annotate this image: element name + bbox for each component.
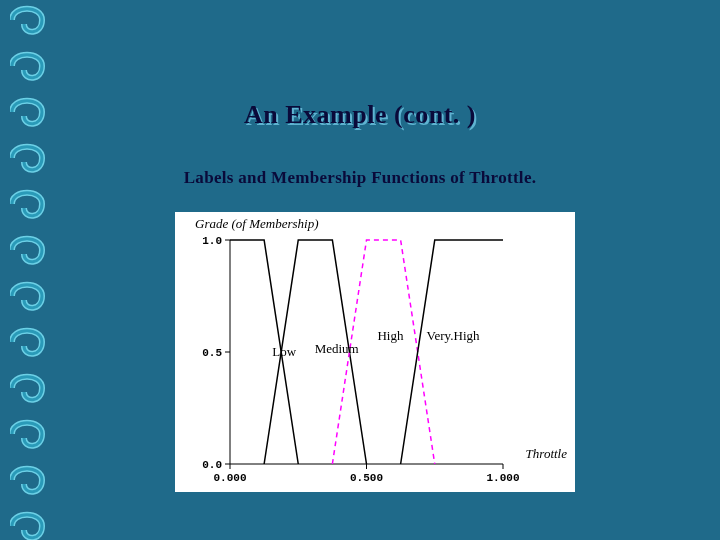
svg-text:Very.High: Very.High	[427, 328, 480, 343]
svg-text:0.5: 0.5	[202, 347, 222, 359]
svg-text:Throttle: Throttle	[526, 446, 568, 461]
svg-text:0.0: 0.0	[202, 459, 222, 471]
slide-title: An Example (cont. )	[0, 100, 720, 130]
spiral-binding	[10, 0, 50, 540]
svg-text:1.000: 1.000	[486, 472, 519, 484]
svg-text:High: High	[377, 328, 404, 343]
svg-text:0.500: 0.500	[350, 472, 383, 484]
slide-subtitle: Labels and Membership Functions of Throt…	[0, 168, 720, 188]
svg-text:Medium: Medium	[315, 341, 359, 356]
svg-text:0.000: 0.000	[213, 472, 246, 484]
svg-text:Low: Low	[272, 344, 296, 359]
svg-text:1.0: 1.0	[202, 235, 222, 247]
svg-text:Grade (of Membership): Grade (of Membership)	[195, 216, 318, 231]
membership-chart: 0.00.51.00.0000.5001.000Grade (of Member…	[175, 212, 575, 492]
